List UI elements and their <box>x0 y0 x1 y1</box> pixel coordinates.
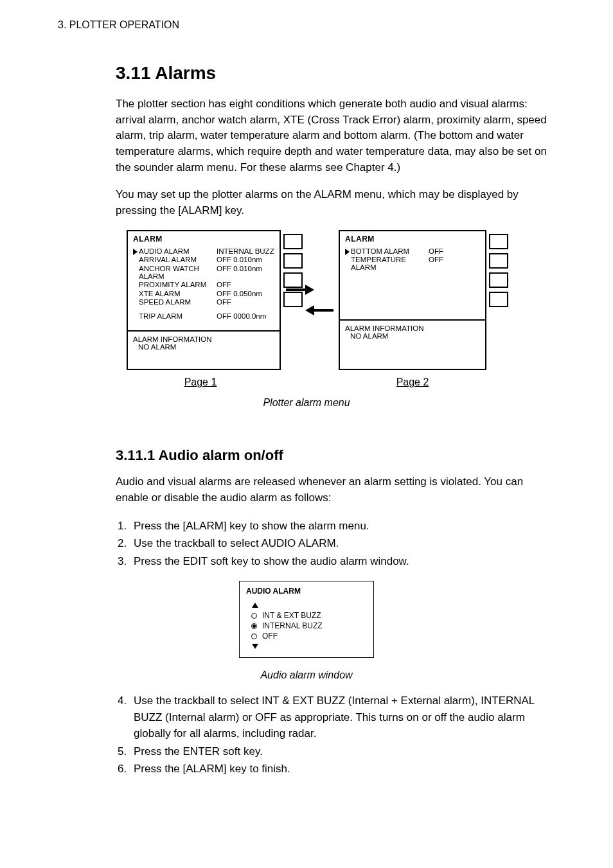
alarm-info-body-2: NO ALARM <box>345 332 480 340</box>
menu-row: TRIP ALARMOFF 0000.0nm <box>133 312 274 320</box>
triangle-down-icon <box>252 644 258 649</box>
intro-paragraph-2: You may set up the plotter alarms on the… <box>116 187 555 218</box>
alarm-info-title-1: ALARM INFORMATION <box>133 335 274 343</box>
step-item: Press the ENTER soft key. <box>130 743 555 760</box>
softkey <box>489 292 508 307</box>
steps-list-a: Press the [ALARM] key to show the alarm … <box>130 518 555 570</box>
triangle-up-icon <box>252 603 258 608</box>
alarm-menu-diagram: ALARM AUDIO ALARMINTERNAL BUZZARRIVAL AL… <box>58 230 555 409</box>
softkey <box>489 253 508 269</box>
page-arrows <box>305 285 314 315</box>
section-heading: 3.11 Alarms <box>116 63 555 84</box>
menu-title-2: ALARM <box>340 231 485 244</box>
alarm-info-title-2: ALARM INFORMATION <box>345 324 480 332</box>
audio-alarm-window: AUDIO ALARM INT & EXT BUZZINTERNAL BUZZO… <box>239 581 374 658</box>
page1-label: Page 1 <box>184 376 217 388</box>
pointer-icon <box>133 249 138 255</box>
step-item: Press the [ALARM] key to show the alarm … <box>130 518 555 535</box>
step-item: Use the trackball to select AUDIO ALARM. <box>130 535 555 552</box>
intro-paragraph-1: The plotter section has eight conditions… <box>116 96 555 175</box>
radio-option: INTERNAL BUZZ <box>251 621 367 630</box>
radio-icon <box>251 633 257 639</box>
radio-icon <box>251 623 257 629</box>
step-item: Press the EDIT soft key to show the audi… <box>130 553 555 570</box>
softkey <box>283 253 303 269</box>
page2-label: Page 2 <box>396 376 429 388</box>
softkey <box>283 292 303 307</box>
alarm-menu-caption: Plotter alarm menu <box>58 397 555 409</box>
sub-heading: 3.11.1 Audio alarm on/off <box>116 447 555 464</box>
softkey <box>283 234 303 249</box>
alarm-menu-page1: ALARM AUDIO ALARMINTERNAL BUZZARRIVAL AL… <box>127 230 281 370</box>
menu-row: ANCHOR WATCH ALARMOFF 0.010nm <box>133 265 274 280</box>
softkey <box>489 272 508 288</box>
radio-option: OFF <box>251 632 367 641</box>
menu-row: ARRIVAL ALARMOFF 0.010nm <box>133 256 274 263</box>
alarm-info-body-1: NO ALARM <box>133 343 274 351</box>
menu-row: SPEED ALARMOFF <box>133 298 274 306</box>
steps-list-b: Use the trackball to select INT & EXT BU… <box>130 693 555 777</box>
menu-row: BOTTOM ALARMOFF <box>345 247 480 255</box>
step-item: Use the trackball to select INT & EXT BU… <box>130 693 555 742</box>
menu-row: TEMPERATURE ALARMOFF <box>345 256 480 271</box>
menu-row: AUDIO ALARMINTERNAL BUZZ <box>133 247 274 255</box>
page-header: 3. PLOTTER OPERATION <box>58 19 555 31</box>
sub-paragraph: Audio and visual alarms are released whe… <box>116 474 555 506</box>
arrow-right-icon <box>305 285 314 295</box>
pointer-icon <box>345 249 350 255</box>
alarm-menu-page2: ALARM BOTTOM ALARMOFFTEMPERATURE ALARMOF… <box>339 230 486 370</box>
window-caption: Audio alarm window <box>58 669 555 681</box>
menu-row: PROXIMITY ALARMOFF <box>133 281 274 288</box>
menu-row: XTE ALARMOFF 0.050nm <box>133 290 274 297</box>
softkey <box>283 272 303 288</box>
arrow-left-icon <box>305 305 314 315</box>
radio-icon <box>251 613 257 619</box>
step-item: Press the [ALARM] key to finish. <box>130 761 555 777</box>
softkey <box>489 234 508 249</box>
menu-title-1: ALARM <box>128 231 280 244</box>
radio-option: INT & EXT BUZZ <box>251 611 367 620</box>
window-title: AUDIO ALARM <box>246 587 367 596</box>
